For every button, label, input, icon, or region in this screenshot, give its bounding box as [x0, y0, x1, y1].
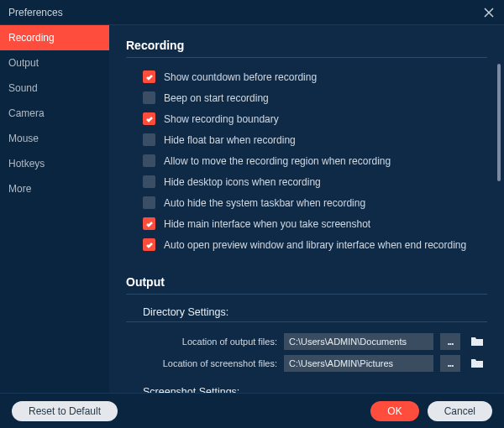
option-show-countdown: Show countdown before recording	[143, 66, 487, 87]
content-pane: Recording Show countdown before recordin…	[109, 25, 504, 393]
checkbox[interactable]	[143, 196, 155, 209]
close-icon	[484, 8, 494, 18]
output-files-field[interactable]	[284, 333, 433, 350]
sidebar-item-label: Output	[8, 57, 39, 69]
check-icon	[145, 220, 154, 228]
cancel-button[interactable]: Cancel	[428, 401, 492, 421]
checkbox[interactable]	[143, 133, 155, 146]
row-screenshot-files: Location of screenshot files: ...	[126, 352, 487, 374]
sidebar-item-mouse[interactable]: Mouse	[0, 126, 109, 151]
row-output-files: Location of output files: ...	[126, 331, 487, 352]
option-label: Show recording boundary	[164, 113, 279, 125]
checkbox[interactable]	[143, 112, 155, 125]
option-hide-main-interface: Hide main interface when you take screen…	[143, 213, 487, 234]
close-button[interactable]	[482, 6, 496, 19]
option-label: Show countdown before recording	[164, 71, 317, 83]
output-files-label: Location of output files:	[143, 337, 277, 347]
sidebar-item-label: Recording	[8, 32, 55, 44]
output-section: Output Directory Settings: Location of o…	[126, 274, 487, 393]
folder-icon	[470, 336, 484, 347]
browse-screenshot-button[interactable]: ...	[440, 355, 460, 372]
sidebar-item-more[interactable]: More	[0, 176, 109, 201]
sidebar-item-sound[interactable]: Sound	[0, 76, 109, 101]
option-auto-open-preview: Auto open preview window and library int…	[143, 234, 487, 255]
sidebar-item-label: Mouse	[8, 133, 39, 144]
sidebar-item-output[interactable]: Output	[0, 50, 109, 76]
option-label: Auto hide the system taskbar when record…	[164, 197, 365, 209]
sidebar-item-label: More	[8, 183, 31, 195]
sidebar-item-label: Camera	[8, 107, 45, 119]
checkbox[interactable]	[143, 217, 155, 230]
scrollbar-thumb[interactable]	[497, 64, 501, 181]
reset-to-default-button[interactable]: Reset to Default	[12, 401, 118, 421]
option-label: Hide desktop icons when recording	[164, 176, 321, 188]
screenshot-settings-title: Screenshot Settings:	[126, 383, 487, 393]
open-output-folder-button[interactable]	[467, 333, 487, 350]
ok-button[interactable]: OK	[370, 401, 418, 421]
option-label: Hide float bar when recording	[164, 134, 296, 146]
sidebar-item-camera[interactable]: Camera	[0, 101, 109, 126]
window-title: Preferences	[8, 7, 63, 18]
sidebar-item-recording[interactable]: Recording	[0, 25, 109, 50]
option-beep-start: Beep on start recording	[143, 87, 487, 108]
option-hide-desktop-icons: Hide desktop icons when recording	[143, 171, 487, 192]
checkbox[interactable]	[143, 175, 155, 188]
folder-icon	[470, 358, 484, 369]
checkbox[interactable]	[143, 238, 155, 251]
sidebar-item-label: Sound	[8, 82, 38, 94]
body: Recording Output Sound Camera Mouse Hotk…	[0, 25, 504, 393]
check-icon	[145, 241, 154, 249]
open-screenshot-folder-button[interactable]	[467, 355, 487, 372]
ellipsis-icon: ...	[447, 336, 453, 347]
option-label: Hide main interface when you take screen…	[164, 218, 370, 230]
section-title-recording: Recording	[126, 37, 487, 58]
checkbox[interactable]	[143, 91, 155, 104]
option-allow-move-region: Allow to move the recording region when …	[143, 150, 487, 171]
recording-options: Show countdown before recording Beep on …	[126, 66, 487, 255]
sidebar: Recording Output Sound Camera Mouse Hotk…	[0, 25, 109, 393]
check-icon	[145, 73, 154, 81]
option-label: Beep on start recording	[164, 92, 269, 104]
sidebar-item-hotkeys[interactable]: Hotkeys	[0, 151, 109, 176]
section-title-output: Output	[126, 274, 487, 295]
preferences-window: Preferences Recording Output Sound Camer…	[0, 0, 504, 428]
checkbox[interactable]	[143, 70, 155, 83]
option-auto-hide-taskbar: Auto hide the system taskbar when record…	[143, 192, 487, 213]
option-show-boundary: Show recording boundary	[143, 108, 487, 129]
browse-output-button[interactable]: ...	[440, 333, 460, 350]
option-hide-float-bar: Hide float bar when recording	[143, 129, 487, 150]
directory-settings-title: Directory Settings:	[126, 303, 487, 322]
option-label: Auto open preview window and library int…	[164, 239, 466, 251]
check-icon	[145, 115, 154, 123]
ellipsis-icon: ...	[447, 358, 453, 369]
titlebar: Preferences	[0, 0, 504, 25]
option-label: Allow to move the recording region when …	[164, 155, 391, 167]
sidebar-item-label: Hotkeys	[8, 158, 45, 170]
footer-right: OK Cancel	[370, 401, 492, 421]
screenshot-files-field[interactable]	[284, 355, 433, 372]
checkbox[interactable]	[143, 154, 155, 167]
screenshot-files-label: Location of screenshot files:	[143, 358, 277, 368]
footer: Reset to Default OK Cancel	[0, 393, 504, 428]
